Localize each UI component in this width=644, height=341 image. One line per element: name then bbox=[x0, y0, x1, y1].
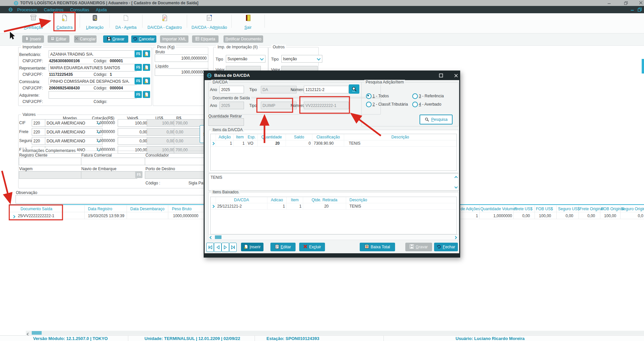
etiqueta-button[interactable]: Etiqueta bbox=[192, 35, 219, 43]
observacao-input[interactable] bbox=[16, 195, 208, 204]
editar-button[interactable]: Editar bbox=[48, 35, 69, 43]
dialog-titlebar[interactable]: Baixa de DA/CDA bbox=[204, 71, 460, 80]
descricao-textarea[interactable]: TENIS bbox=[208, 173, 459, 191]
cancelar-button[interactable]: Cancelar bbox=[74, 35, 97, 43]
mdi-restore-button[interactable] bbox=[636, 7, 643, 12]
radio-classif-tributaria[interactable] bbox=[366, 102, 372, 107]
window-close-button[interactable] bbox=[637, 1, 644, 5]
adquirente-new-doc-button[interactable] bbox=[143, 91, 150, 98]
toolbar-button-da-averba[interactable]: DA - Averba bbox=[110, 14, 142, 30]
grid-header-documento-saida[interactable]: Documento Saída bbox=[20, 207, 52, 211]
grid-header-frete-usd[interactable]: Frete US$ bbox=[514, 207, 533, 211]
peso-liquido-input[interactable]: 1000,0000000 bbox=[155, 68, 208, 76]
grid-cell[interactable]: 0,0 bbox=[622, 214, 643, 218]
grid-cell-documento[interactable]: 25/VV2222222222-1 bbox=[18, 214, 54, 218]
comissaria-f5-button[interactable]: F5 bbox=[135, 77, 142, 84]
col-esp[interactable]: Esp. bbox=[246, 134, 258, 140]
col-qtde-retirada[interactable]: Qtde. Retirada bbox=[303, 197, 346, 203]
toolbar-button-liberacao[interactable]: Liberação bbox=[80, 14, 109, 30]
dialog-baixa-total-button[interactable]: Baixa Total bbox=[360, 243, 395, 251]
col-adicao[interactable]: Adicao bbox=[267, 197, 287, 203]
cif-valor-input[interactable]: 100,00 bbox=[118, 119, 149, 127]
col-quantidade[interactable]: Quantidade bbox=[258, 134, 286, 140]
nav-last-button[interactable] bbox=[229, 243, 237, 252]
grid-header-seguro-usd[interactable]: Seguro US$ bbox=[558, 207, 580, 211]
representante-input[interactable]: MARIA EDUARDA ANTUNES SANTOS bbox=[49, 64, 137, 72]
col-descricao[interactable]: Descrição bbox=[346, 197, 457, 203]
radio-todos[interactable] bbox=[366, 93, 372, 99]
grid-header-seguro-original[interactable]: Seguro Original bbox=[621, 207, 644, 211]
grid-header-fob-usd[interactable]: FOB US$ bbox=[536, 207, 553, 211]
dialog-scrollbar-thumb[interactable] bbox=[215, 235, 221, 239]
nav-prev-button[interactable] bbox=[214, 243, 221, 252]
representante-f5-button[interactable]: F5 bbox=[135, 64, 142, 71]
toolbar-button-dacda-cadastro[interactable]: DA/CDA - Cadastro bbox=[143, 14, 186, 30]
dialog-gravar-button[interactable]: Gravar bbox=[405, 243, 432, 251]
grid-cell[interactable]: 100,00 bbox=[532, 214, 551, 218]
col-descricao[interactable]: Descrição bbox=[344, 134, 457, 140]
horizontal-scrollbar-thumb[interactable] bbox=[32, 331, 42, 335]
dialog-scrollbar[interactable] bbox=[208, 234, 459, 240]
frete-moeda-select[interactable]: DOLAR AMERICANO bbox=[45, 128, 102, 136]
grid-cell[interactable]: 1,0000000 bbox=[481, 214, 512, 218]
radio-averbado[interactable] bbox=[412, 102, 418, 107]
representante-new-doc-button[interactable] bbox=[143, 64, 150, 71]
dialog-editar-button[interactable]: Editar bbox=[270, 243, 296, 251]
col-dacda[interactable]: DA/CDA bbox=[216, 197, 267, 203]
col-item[interactable]: Item bbox=[234, 134, 246, 140]
adquirente-input[interactable] bbox=[49, 91, 137, 99]
cancelar-edicao-button[interactable]: Cancelar bbox=[131, 35, 156, 43]
fatura-comercial-input[interactable] bbox=[81, 158, 146, 165]
beneficiario-f5-button[interactable]: F5 bbox=[135, 50, 142, 57]
seguro-moeda-select[interactable]: DOLAR AMERICANO bbox=[45, 137, 102, 145]
horizontal-scrollbar-track[interactable] bbox=[26, 331, 644, 335]
seguro-valor-input[interactable]: 0,00 bbox=[118, 137, 149, 145]
dialog-close-button[interactable] bbox=[452, 73, 460, 78]
nav-next-button[interactable] bbox=[221, 243, 229, 252]
grid-header-data-desembaraco[interactable]: Data Desembaraço bbox=[130, 207, 164, 211]
cif-moeda-select[interactable]: DOLAR AMERICANO bbox=[45, 119, 102, 127]
grid-header-frete-original[interactable]: Frete Original bbox=[580, 207, 604, 211]
menu-consultas[interactable]: Consultas bbox=[67, 7, 93, 12]
toolbar-button-sair[interactable]: Sair bbox=[232, 14, 264, 30]
dacda-numero-input[interactable]: 1212121-2 bbox=[304, 86, 349, 93]
menu-cadastros[interactable]: Cadastros bbox=[41, 7, 67, 12]
col-saldo[interactable]: Saldo bbox=[286, 134, 312, 140]
grid-header-adicoes[interactable]: de Adições bbox=[461, 207, 480, 211]
grid-cell[interactable]: 0,00 bbox=[512, 214, 530, 218]
itens-dacda-row[interactable]: 1 1 VO 20 0 7308.90.90 TENIS bbox=[211, 140, 457, 147]
toolbar-button-cadastra[interactable]: Cadastra bbox=[50, 14, 79, 30]
ii-tipo-select[interactable]: Suspensão bbox=[226, 55, 265, 63]
beneficiario-input[interactable]: AZANHA TRADING S/A. bbox=[49, 50, 137, 58]
grid-cell-data-registro[interactable]: 15/03/2025 13:59:39 bbox=[88, 214, 124, 218]
dialog-fechar-button[interactable]: Fechar bbox=[434, 243, 458, 251]
col-adicao[interactable]: Adição bbox=[216, 134, 234, 140]
scroll-down-icon[interactable] bbox=[455, 184, 457, 189]
comissaria-input[interactable]: PINHO COMISSARIA DE DESPACHOS S/A. bbox=[49, 77, 137, 85]
grid-cell[interactable]: 100,00 bbox=[599, 214, 616, 218]
nav-first-button[interactable] bbox=[206, 243, 214, 252]
importar-xml-button[interactable]: Importar XML bbox=[160, 35, 188, 43]
consolidador-input[interactable] bbox=[145, 158, 207, 165]
grid-header-fob-original[interactable]: FOB Original bbox=[601, 207, 624, 211]
window-restore-button[interactable] bbox=[622, 1, 629, 5]
comissaria-new-doc-button[interactable] bbox=[143, 77, 150, 84]
menu-processos[interactable]: Processos bbox=[14, 7, 41, 12]
dacda-search-button[interactable] bbox=[349, 84, 359, 94]
dialog-maximize-button[interactable] bbox=[437, 73, 445, 78]
dialog-inserir-button[interactable]: Inserir bbox=[241, 243, 263, 251]
toolbar-button-averbacao[interactable]: Averbação bbox=[19, 14, 48, 30]
mdi-minimize-button[interactable] bbox=[629, 7, 636, 12]
retificar-documento-button[interactable]: Retificar Documento bbox=[223, 35, 263, 43]
peso-bruto-input[interactable]: 1000,0000000 bbox=[155, 54, 208, 62]
grid-cell-peso-bruto[interactable]: 1000,0000000 bbox=[168, 214, 198, 218]
grid-header-quantidade-volumes[interactable]: Quantidade Volumes bbox=[480, 207, 517, 211]
beneficiario-new-doc-button[interactable] bbox=[143, 50, 150, 57]
outros-tipo-select[interactable]: Isenção bbox=[281, 55, 322, 63]
grid-header-peso-bruto[interactable]: Peso Bruto bbox=[172, 207, 191, 211]
radio-referencia-label[interactable]: 3 - Referência bbox=[419, 94, 444, 98]
vertical-scrollbar-thumb[interactable] bbox=[642, 59, 644, 73]
radio-averbado-label[interactable]: 4 - Averbado bbox=[419, 102, 441, 107]
radio-classif-tributaria-label[interactable]: 2 - Classif.Tributária bbox=[373, 102, 408, 107]
frete-valor-input[interactable]: 0,00 bbox=[118, 128, 149, 136]
